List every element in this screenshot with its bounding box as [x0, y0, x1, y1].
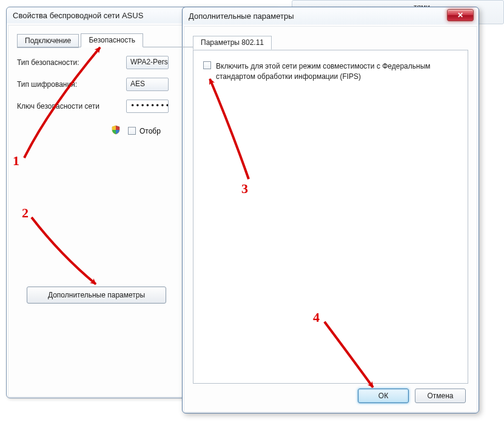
window2-title: Дополнительные параметры	[183, 7, 479, 25]
window2-tabstrip: Параметры 802.11	[193, 35, 468, 50]
tab-80211-params[interactable]: Параметры 802.11	[193, 36, 272, 50]
cancel-button[interactable]: Отмена	[415, 389, 466, 403]
shield-icon	[111, 125, 121, 137]
tab-panel-80211: Включить для этой сети режим совместимос…	[193, 50, 468, 384]
ok-button[interactable]: ОК	[358, 389, 409, 403]
label-encryption: Тип шифрования:	[17, 80, 126, 89]
window2-body: Параметры 802.11 Включить для этой сети …	[184, 26, 477, 412]
label-fips: Включить для этой сети режим совместимос…	[216, 61, 446, 82]
select-security-type[interactable]: WPA2-Personal	[126, 56, 169, 69]
show-chars-checkbox-row: Отобр	[128, 127, 161, 135]
tab-connection[interactable]: Подключение	[17, 34, 79, 48]
checkbox-show-characters[interactable]	[128, 127, 136, 135]
label-security-key: Ключ безопасности сети	[17, 102, 126, 110]
checkbox-fips[interactable]	[203, 61, 211, 69]
input-security-key[interactable]: ••••••••	[126, 100, 169, 113]
dialog-button-bar: ОК Отмена	[358, 389, 466, 403]
close-button[interactable]: ✕	[447, 9, 474, 21]
close-icon: ✕	[457, 11, 463, 19]
advanced-settings-button[interactable]: Дополнительные параметры	[27, 287, 166, 304]
select-encryption[interactable]: AES	[126, 78, 169, 91]
label-security-type: Тип безопасности:	[17, 58, 126, 67]
advanced-settings-window: Дополнительные параметры ✕ Параметры 802…	[182, 7, 479, 413]
fips-row: Включить для этой сети режим совместимос…	[203, 61, 458, 82]
tab-security[interactable]: Безопасность	[81, 33, 143, 47]
label-show-characters: Отобр	[139, 127, 161, 135]
